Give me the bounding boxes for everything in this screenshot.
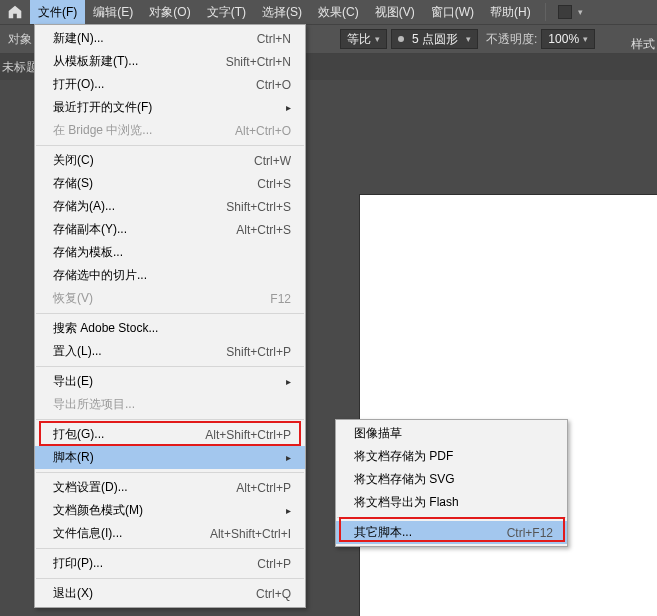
menu-item-shortcut: Ctrl+N [257, 32, 291, 46]
file-menu-item[interactable]: 打开(O)...Ctrl+O [35, 73, 305, 96]
dot-icon [398, 36, 404, 42]
menu-separator [36, 313, 304, 314]
menu-item-label: 打开(O)... [53, 76, 104, 93]
file-menu-item[interactable]: 关闭(C)Ctrl+W [35, 149, 305, 172]
file-menu-item: 恢复(V)F12 [35, 287, 305, 310]
menu-edit[interactable]: 编辑(E) [85, 0, 141, 24]
menu-item-label: 文件信息(I)... [53, 525, 122, 542]
opacity-value: 100% [548, 32, 579, 46]
menu-item-label: 新建(N)... [53, 30, 104, 47]
file-menu-item[interactable]: 存储为模板... [35, 241, 305, 264]
menu-item-shortcut: Alt+Ctrl+O [235, 124, 291, 138]
toolbar-left-label: 对象 [8, 31, 32, 48]
menu-item-label: 打印(P)... [53, 555, 103, 572]
opacity-label: 不透明度: [486, 31, 537, 48]
stroke-profile-dropdown[interactable]: 5 点圆形 ▾ [391, 29, 478, 49]
chevron-right-icon: ▸ [286, 376, 291, 387]
menu-item-label: 关闭(C) [53, 152, 94, 169]
file-menu: 新建(N)...Ctrl+N从模板新建(T)...Shift+Ctrl+N打开(… [34, 24, 306, 608]
menu-item-label: 打包(G)... [53, 426, 104, 443]
scripts-submenu: 图像描草将文档存储为 PDF将文档存储为 SVG将文档导出为 Flash其它脚本… [335, 419, 568, 547]
menu-item-shortcut: Ctrl+F12 [507, 526, 553, 540]
opacity-field[interactable]: 100% ▾ [541, 29, 595, 49]
file-menu-item[interactable]: 文档颜色模式(M)▸ [35, 499, 305, 522]
menu-help[interactable]: 帮助(H) [482, 0, 539, 24]
menu-separator [36, 548, 304, 549]
menu-item-label: 退出(X) [53, 585, 93, 602]
menu-item-shortcut: Alt+Ctrl+P [236, 481, 291, 495]
menu-item-label: 导出所选项目... [53, 396, 135, 413]
layout-icon[interactable] [558, 5, 572, 19]
file-menu-item[interactable]: 搜索 Adobe Stock... [35, 317, 305, 340]
file-menu-item[interactable]: 置入(L)...Shift+Ctrl+P [35, 340, 305, 363]
menu-item-label: 文档颜色模式(M) [53, 502, 143, 519]
scripts-submenu-item[interactable]: 将文档导出为 Flash [336, 491, 567, 514]
menu-item-label: 在 Bridge 中浏览... [53, 122, 152, 139]
chevron-right-icon: ▸ [286, 505, 291, 516]
menubar-extra: ▾ [552, 0, 583, 24]
menu-window[interactable]: 窗口(W) [423, 0, 482, 24]
proportion-dropdown[interactable]: 等比 ▾ [340, 29, 387, 49]
file-menu-item[interactable]: 最近打开的文件(F)▸ [35, 96, 305, 119]
chevron-right-icon: ▸ [286, 452, 291, 463]
chevron-down-icon: ▾ [466, 34, 471, 44]
menu-separator [337, 517, 566, 518]
file-menu-item[interactable]: 导出(E)▸ [35, 370, 305, 393]
menu-item-label: 最近打开的文件(F) [53, 99, 152, 116]
tabbar-prefix: 未标题 [2, 59, 38, 76]
scripts-submenu-item[interactable]: 将文档存储为 SVG [336, 468, 567, 491]
artboard[interactable] [360, 195, 657, 616]
menu-item-label: 脚本(R) [53, 449, 94, 466]
menu-item-shortcut: Shift+Ctrl+N [226, 55, 291, 69]
menu-item-label: 文档设置(D)... [53, 479, 128, 496]
style-panel-label[interactable]: 样式 [631, 36, 655, 53]
menu-item-label: 置入(L)... [53, 343, 102, 360]
file-menu-item[interactable]: 文件信息(I)...Alt+Shift+Ctrl+I [35, 522, 305, 545]
home-icon[interactable] [6, 3, 24, 21]
menu-item-label: 从模板新建(T)... [53, 53, 138, 70]
menu-item-shortcut: Alt+Shift+Ctrl+P [205, 428, 291, 442]
file-menu-item[interactable]: 文档设置(D)...Alt+Ctrl+P [35, 476, 305, 499]
proportion-value: 等比 [347, 31, 371, 48]
menu-file[interactable]: 文件(F) [30, 0, 85, 24]
file-menu-item[interactable]: 打包(G)...Alt+Shift+Ctrl+P [35, 423, 305, 446]
file-menu-item[interactable]: 脚本(R)▸ [35, 446, 305, 469]
menu-select[interactable]: 选择(S) [254, 0, 310, 24]
menubar: 文件(F) 编辑(E) 对象(O) 文字(T) 选择(S) 效果(C) 视图(V… [0, 0, 657, 24]
menu-item-label: 图像描草 [354, 425, 402, 442]
menu-view[interactable]: 视图(V) [367, 0, 423, 24]
file-menu-item[interactable]: 新建(N)...Ctrl+N [35, 27, 305, 50]
file-menu-item[interactable]: 退出(X)Ctrl+Q [35, 582, 305, 605]
menu-item-shortcut: Ctrl+S [257, 177, 291, 191]
file-menu-item[interactable]: 从模板新建(T)...Shift+Ctrl+N [35, 50, 305, 73]
file-menu-item[interactable]: 存储副本(Y)...Alt+Ctrl+S [35, 218, 305, 241]
scripts-submenu-item[interactable]: 其它脚本...Ctrl+F12 [336, 521, 567, 544]
menu-item-shortcut: Ctrl+O [256, 78, 291, 92]
chevron-down-icon: ▾ [583, 34, 588, 44]
menu-item-label: 存储为(A)... [53, 198, 115, 215]
scripts-submenu-item[interactable]: 将文档存储为 PDF [336, 445, 567, 468]
menu-separator [36, 578, 304, 579]
file-menu-item[interactable]: 存储选中的切片... [35, 264, 305, 287]
menu-item-label: 存储为模板... [53, 244, 123, 261]
menu-effect[interactable]: 效果(C) [310, 0, 367, 24]
chevron-down-icon: ▾ [375, 34, 380, 44]
chevron-right-icon: ▸ [286, 102, 291, 113]
menu-separator [36, 472, 304, 473]
file-menu-item[interactable]: 存储为(A)...Shift+Ctrl+S [35, 195, 305, 218]
menu-type[interactable]: 文字(T) [199, 0, 254, 24]
file-menu-item[interactable]: 存储(S)Ctrl+S [35, 172, 305, 195]
menu-object[interactable]: 对象(O) [141, 0, 198, 24]
menu-item-label: 存储选中的切片... [53, 267, 147, 284]
file-menu-item: 在 Bridge 中浏览...Alt+Ctrl+O [35, 119, 305, 142]
scripts-submenu-item[interactable]: 图像描草 [336, 422, 567, 445]
menu-item-shortcut: Shift+Ctrl+P [226, 345, 291, 359]
menu-item-label: 恢复(V) [53, 290, 93, 307]
menu-item-label: 存储(S) [53, 175, 93, 192]
menu-item-label: 存储副本(Y)... [53, 221, 127, 238]
menu-item-shortcut: Ctrl+P [257, 557, 291, 571]
menu-item-label: 其它脚本... [354, 524, 412, 541]
file-menu-item[interactable]: 打印(P)...Ctrl+P [35, 552, 305, 575]
chevron-down-icon[interactable]: ▾ [578, 7, 583, 17]
menu-separator [36, 145, 304, 146]
